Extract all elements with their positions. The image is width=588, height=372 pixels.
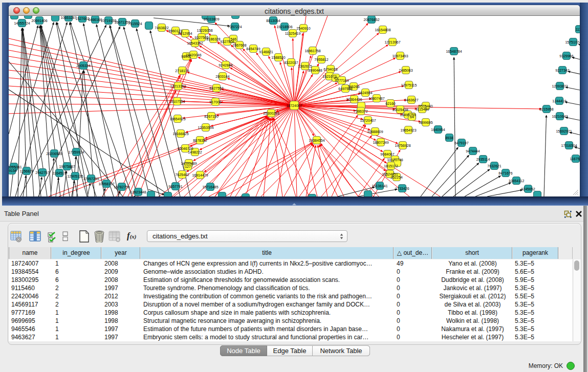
svg-text:16548784: 16548784 — [446, 50, 462, 53]
svg-text:9227342: 9227342 — [555, 69, 569, 72]
svg-text:12353594: 12353594 — [198, 126, 213, 129]
svg-text:9245652: 9245652 — [521, 187, 535, 191]
svg-text:16961758: 16961758 — [304, 49, 320, 53]
svg-text:917006: 917006 — [209, 100, 221, 104]
svg-text:62160: 62160 — [385, 102, 396, 105]
svg-text:13226058: 13226058 — [197, 29, 212, 32]
svg-text:19384554: 19384554 — [309, 139, 324, 142]
svg-text:1733426: 1733426 — [395, 187, 409, 190]
svg-text:8471676: 8471676 — [498, 171, 512, 175]
svg-text:18807249: 18807249 — [373, 141, 388, 144]
svg-text:9146821: 9146821 — [259, 50, 273, 54]
svg-text:8678352: 8678352 — [193, 139, 207, 142]
svg-text:6497508: 6497508 — [338, 87, 352, 91]
svg-text:3624554: 3624554 — [358, 91, 372, 95]
svg-text:546: 546 — [230, 37, 236, 41]
svg-text:10958107: 10958107 — [98, 182, 114, 186]
svg-text:1527602: 1527602 — [75, 17, 89, 20]
svg-text:8454749: 8454749 — [246, 47, 260, 51]
svg-text:9329966: 9329966 — [559, 54, 573, 58]
svg-text:9084067: 9084067 — [380, 152, 394, 156]
svg-text:20691406: 20691406 — [31, 19, 47, 23]
svg-text:8912954: 8912954 — [178, 32, 192, 35]
svg-text:1244419: 1244419 — [552, 99, 566, 103]
svg-text:252254: 252254 — [390, 176, 402, 179]
svg-text:10046726: 10046726 — [177, 147, 193, 150]
svg-text:2905334: 2905334 — [76, 64, 90, 68]
svg-text:15720407: 15720407 — [360, 119, 376, 122]
svg-text:39154: 39154 — [9, 169, 17, 172]
svg-text:2935114: 2935114 — [476, 158, 490, 161]
svg-text:127: 127 — [185, 165, 191, 168]
svg-text:15751074: 15751074 — [565, 40, 580, 44]
svg-text:8938: 8938 — [445, 136, 453, 140]
svg-text:10653287: 10653287 — [60, 16, 76, 19]
svg-text:16154808: 16154808 — [375, 28, 390, 32]
svg-text:2718176: 2718176 — [175, 69, 189, 73]
svg-text:12213369: 12213369 — [170, 84, 186, 88]
svg-text:20206535: 20206535 — [46, 152, 62, 156]
svg-text:12093872: 12093872 — [552, 84, 568, 88]
svg-text:7386372: 7386372 — [354, 110, 367, 113]
svg-text:19166825: 19166825 — [172, 132, 188, 136]
svg-text:8990448: 8990448 — [308, 69, 322, 72]
svg-text:8186328: 8186328 — [206, 37, 220, 41]
svg-text:25300293: 25300293 — [263, 112, 279, 115]
svg-text:1362615: 1362615 — [298, 64, 312, 68]
svg-text:7515524: 7515524 — [128, 22, 142, 26]
svg-text:2867608: 2867608 — [232, 43, 246, 47]
svg-text:12905135: 12905135 — [67, 174, 83, 178]
svg-text:10973493: 10973493 — [392, 54, 408, 58]
svg-text:20876852: 20876852 — [363, 18, 379, 21]
svg-text:6479197: 6479197 — [454, 141, 468, 145]
svg-text:9474444: 9474444 — [466, 149, 480, 153]
svg-text:10807487: 10807487 — [368, 97, 384, 100]
svg-text:19975887: 19975887 — [59, 165, 75, 168]
svg-text:12213967: 12213967 — [384, 40, 400, 44]
svg-text:12975115: 12975115 — [401, 83, 417, 87]
svg-text:64: 64 — [410, 115, 414, 119]
svg-text:16543362: 16543362 — [187, 41, 203, 45]
svg-text:8322037: 8322037 — [284, 61, 298, 64]
svg-text:6794028: 6794028 — [323, 68, 337, 71]
svg-text:8267150: 8267150 — [204, 115, 218, 118]
svg-text:10654112: 10654112 — [509, 179, 525, 183]
svg-text:1815172: 1815172 — [384, 164, 398, 168]
svg-text:1164519: 1164519 — [53, 171, 67, 175]
svg-text:16782759: 16782759 — [114, 185, 129, 189]
svg-text:7625402: 7625402 — [175, 173, 189, 177]
svg-text:7463822: 7463822 — [155, 26, 168, 30]
svg-text:9657791: 9657791 — [168, 185, 182, 188]
svg-text:9242848: 9242848 — [219, 63, 232, 67]
svg-text:12923448: 12923448 — [130, 190, 146, 194]
svg-text:9777169: 9777169 — [335, 79, 349, 82]
svg-text:1156829: 1156829 — [20, 169, 34, 173]
svg-text:1640954: 1640954 — [431, 128, 445, 132]
svg-text:26265061: 26265061 — [9, 165, 22, 169]
svg-text:7485063: 7485063 — [399, 69, 412, 72]
svg-text:10688609: 10688609 — [367, 130, 383, 134]
svg-text:17016504: 17016504 — [561, 144, 577, 147]
svg-text:10025438: 10025438 — [392, 108, 408, 112]
svg-text:2942757: 2942757 — [35, 171, 49, 174]
svg-text:1112: 1112 — [576, 28, 580, 31]
svg-text:1498222: 1498222 — [188, 150, 202, 154]
svg-text:15716485: 15716485 — [202, 185, 218, 189]
svg-text:17359924: 17359924 — [68, 150, 84, 154]
svg-text:9899695: 9899695 — [419, 121, 432, 124]
svg-text:23420046: 23420046 — [185, 53, 201, 57]
svg-text:15692971: 15692971 — [556, 129, 572, 133]
svg-text:20364436: 20364436 — [346, 98, 362, 101]
svg-text:14055724: 14055724 — [14, 21, 30, 25]
svg-text:8813054: 8813054 — [266, 19, 280, 23]
svg-text:8427552: 8427552 — [209, 86, 223, 90]
svg-text:18724007: 18724007 — [286, 104, 302, 107]
svg-text:2540910: 2540910 — [296, 27, 310, 30]
svg-text:17957255: 17957255 — [83, 177, 99, 181]
svg-text:10107554: 10107554 — [169, 100, 185, 103]
svg-text:19654923: 19654923 — [400, 128, 416, 132]
svg-text:16914479: 16914479 — [192, 173, 208, 177]
svg-text:19654925: 19654925 — [169, 117, 185, 121]
svg-text:7632621: 7632621 — [487, 164, 501, 168]
svg-text:15136141: 15136141 — [372, 184, 387, 188]
